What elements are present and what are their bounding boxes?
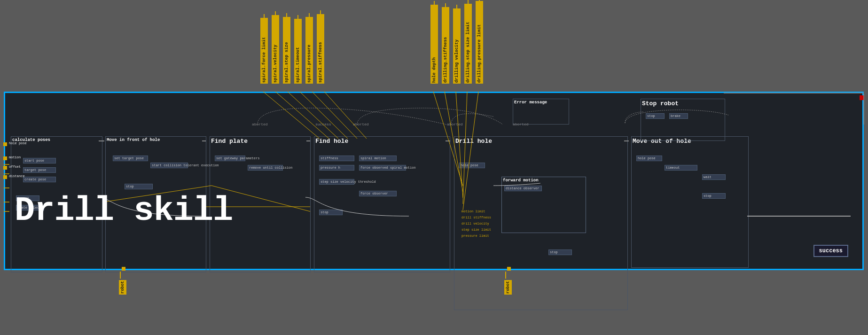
label-spiral-stiffness: spiral.stiffness <box>317 14 324 84</box>
right-port-red <box>860 95 864 100</box>
inner-out-wait: wait <box>702 174 726 180</box>
hanging-labels-container: spiral.force limit spiral.velocity spira… <box>0 0 868 94</box>
inner-out-timeout: timeout <box>665 165 697 171</box>
inner-move-start-collision: start collision tolerant execution <box>150 163 188 168</box>
left-port-offset <box>3 166 7 170</box>
left-port-distance <box>3 175 7 179</box>
success-label: success <box>819 248 843 254</box>
inner-plate-remove-until: remove until collision <box>248 165 283 171</box>
inner-stop-robot-brake: brake <box>669 113 688 119</box>
inner-out-hole-pose: hole pose <box>636 156 662 161</box>
label-spiral-step-size: spiral.step size <box>283 17 290 84</box>
main-skill-container: Drill skill calculate poses start pose t… <box>4 92 864 270</box>
section-label-find-hole: Find hole <box>315 138 348 145</box>
inner-move-stop: stop <box>125 184 153 189</box>
inner-plate-set-params: set gateway parameters <box>215 156 245 161</box>
inner-move-set-target: set target pose <box>113 156 148 161</box>
section-label-drill-hole: Drill hole <box>455 138 492 145</box>
aborted-text-3: aborted <box>447 122 463 126</box>
inner-hole-force-observer: force observer <box>359 191 397 196</box>
section-error-message: Error message <box>513 99 569 125</box>
port-drill-stiffness: drill stiffness <box>461 216 491 219</box>
port-drill-velocity: drill velocity <box>461 222 489 226</box>
inner-hole-spiral-motion: spiral motion <box>359 156 397 161</box>
robot-label-drill: robot <box>504 280 512 295</box>
left-port-label-offset: offset <box>9 165 21 169</box>
inner-hole-force-observed: force observed spiral motion <box>359 165 406 171</box>
label-hole-depth: hole depth <box>430 5 438 84</box>
inner-node-create-pose: create pose <box>23 177 56 182</box>
section-label-move-in-front: Move in front of hole <box>107 138 160 142</box>
left-port-motion <box>3 156 7 160</box>
left-port-label-distance: distance <box>9 174 25 178</box>
left-port-label-hole-pose: hole pose <box>9 141 27 145</box>
section-find-hole: Find hole stiffness pressure h spiral mo… <box>314 136 450 273</box>
section-label-stop-robot: Stop robot <box>642 100 679 107</box>
label-spiral-timeout: spiral.timeout <box>294 19 302 84</box>
left-port-label-motion: motion <box>9 156 21 159</box>
label-spiral-force-limit: spiral.force limit <box>260 18 268 84</box>
skill-title: Drill skill <box>15 192 233 230</box>
label-spiral-velocity: spiral.velocity <box>272 15 279 84</box>
label-drilling-velocity: drilling velocity <box>453 8 461 84</box>
inner-drill-hole-pose: hole pose <box>459 163 485 168</box>
bottom-port-robot-1 <box>122 267 125 271</box>
section-stop-robot: Stop robot stop brake <box>641 99 725 141</box>
inner-hole-pressure: pressure h <box>319 165 354 171</box>
left-port-hole-pose <box>3 142 7 146</box>
label-drilling-pressure: drilling.pressure limit <box>476 1 483 84</box>
bottom-port-robot-2 <box>507 267 511 271</box>
label-drilling-stiffness: drilling.stiffness <box>442 7 449 84</box>
port-pressure-limit: pressure limit <box>461 234 489 238</box>
inner-drill-stop: stop <box>548 249 572 255</box>
aborted-text-1: aborted <box>252 122 268 126</box>
aborted-text-4: aborted <box>513 122 529 126</box>
inner-node-start-pose: start pose <box>23 158 56 164</box>
section-move-out: Move out of hole hole pose timeout wait … <box>631 136 749 268</box>
subsection-forward-motion: forward motion distance observer <box>501 177 586 233</box>
port-step-size-limit: step size limit <box>461 228 491 232</box>
inner-out-stop: stop <box>702 193 726 199</box>
aborted-text-2: aborted <box>353 122 369 126</box>
success-output-box: success <box>813 245 848 257</box>
success-text-1: success <box>315 122 331 126</box>
label-spiral-pressure: spiral.pressure <box>305 17 313 84</box>
section-label-find-plate: Find plate <box>211 138 248 145</box>
section-label-error-message: Error message <box>514 100 547 105</box>
section-drill-hole: Drill hole hole pose forward motion dist… <box>454 136 628 310</box>
inner-stop-robot-stop: stop <box>646 113 665 119</box>
label-drilling-step-size: drilling.step size limit <box>464 4 472 84</box>
robot-label-bottom: robot <box>119 280 126 295</box>
port-motion-limit: motion limit <box>461 210 485 213</box>
inner-hole-stop: stop <box>319 210 343 215</box>
inner-hole-stiffness: stiffness <box>319 156 354 161</box>
inner-hole-step-size: step size velocity threshold <box>319 179 354 185</box>
inner-drill-distance: distance observer <box>504 186 542 191</box>
inner-node-target-pose: target pose <box>23 167 56 173</box>
